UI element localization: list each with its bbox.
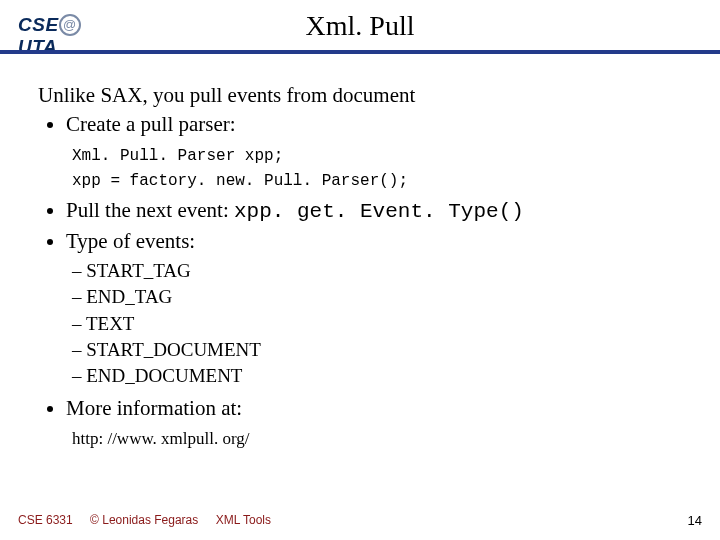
- slide-content: Unlike SAX, you pull events from documen…: [0, 54, 720, 449]
- bullet-list-3: More information at:: [38, 395, 682, 422]
- footer-left: CSE 6331 © Leonidas Fegaras XML Tools: [18, 513, 285, 527]
- header-rule: [0, 50, 720, 54]
- code-line-1: Xml. Pull. Parser xpp;: [72, 147, 283, 165]
- event-type-item: START_DOCUMENT: [72, 338, 682, 362]
- at-icon: @: [59, 14, 81, 36]
- bullet-list: Create a pull parser:: [38, 111, 682, 138]
- slide-header: CSE@UTA Xml. Pull: [0, 0, 720, 54]
- code-line-2: xpp = factory. new. Pull. Parser();: [72, 172, 408, 190]
- bullet-list-2: Pull the next event: xpp. get. Event. Ty…: [38, 197, 682, 255]
- event-type-list: START_TAG END_TAG TEXT START_DOCUMENT EN…: [38, 259, 682, 389]
- info-url: http: //www. xmlpull. org/: [72, 428, 682, 450]
- pull-event-code: xpp. get. Event. Type(): [234, 200, 524, 223]
- slide-footer: CSE 6331 © Leonidas Fegaras XML Tools 14: [18, 513, 702, 528]
- pull-event-text: Pull the next event:: [66, 198, 234, 222]
- page-number: 14: [688, 513, 702, 528]
- footer-topic: XML Tools: [216, 513, 271, 527]
- page-title: Xml. Pull: [0, 0, 720, 42]
- logo: CSE@UTA: [18, 14, 108, 38]
- logo-left: CSE: [18, 14, 59, 35]
- bullet-pull-event: Pull the next event: xpp. get. Event. Ty…: [66, 197, 682, 226]
- bullet-more-info: More information at:: [66, 395, 682, 422]
- event-type-item: TEXT: [72, 312, 682, 336]
- event-type-item: END_DOCUMENT: [72, 364, 682, 388]
- footer-course: CSE 6331: [18, 513, 73, 527]
- event-type-item: START_TAG: [72, 259, 682, 283]
- footer-copyright: © Leonidas Fegaras: [90, 513, 198, 527]
- bullet-create-parser: Create a pull parser:: [66, 111, 682, 138]
- bullet-type-events: Type of events:: [66, 228, 682, 255]
- event-type-item: END_TAG: [72, 285, 682, 309]
- intro-text: Unlike SAX, you pull events from documen…: [38, 82, 682, 109]
- code-block: Xml. Pull. Parser xpp; xpp = factory. ne…: [72, 144, 682, 194]
